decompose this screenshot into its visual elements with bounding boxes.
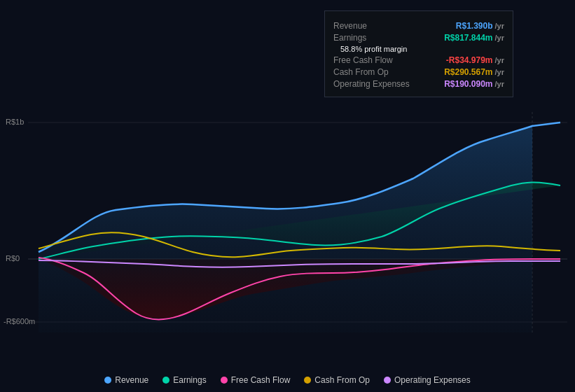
tooltip-value: R$817.844m/yr <box>444 33 504 43</box>
legend-label-3: Cash From Op <box>314 375 370 385</box>
legend-item-3[interactable]: Cash From Op <box>304 375 370 385</box>
tooltip-label: Cash From Op <box>333 67 410 77</box>
legend-item-1[interactable]: Earnings <box>162 375 206 385</box>
legend-item-2[interactable]: Free Cash Flow <box>221 375 291 385</box>
tooltip-label: Free Cash Flow <box>333 55 410 65</box>
chart-legend: Revenue Earnings Free Cash Flow Cash Fro… <box>0 375 575 385</box>
svg-text:R$1b: R$1b <box>6 118 24 126</box>
tooltip-row-0: Revenue R$1.390b/yr <box>333 21 504 31</box>
legend-label-0: Revenue <box>115 375 148 385</box>
tooltip-label: Operating Expenses <box>333 79 410 89</box>
legend-dot-1 <box>162 377 169 384</box>
tooltip-row-4: Operating Expenses R$190.090m/yr <box>333 79 504 89</box>
legend-label-1: Earnings <box>173 375 206 385</box>
tooltip-sub: 58.8% profit margin <box>340 45 504 53</box>
legend-label-4: Operating Expenses <box>394 375 471 385</box>
tooltip-row-3: Cash From Op R$290.567m/yr <box>333 67 504 77</box>
legend-item-0[interactable]: Revenue <box>104 375 148 385</box>
legend-label-2: Free Cash Flow <box>231 375 291 385</box>
svg-text:-R$600m: -R$600m <box>4 317 35 326</box>
tooltip-row-2: Free Cash Flow -R$34.979m/yr <box>333 55 504 65</box>
svg-text:R$0: R$0 <box>6 254 20 262</box>
tooltip: Revenue R$1.390b/yr Earnings R$817.844m/… <box>324 10 513 97</box>
tooltip-value: R$1.390b/yr <box>456 21 504 31</box>
tooltip-value: R$190.090m/yr <box>444 79 504 89</box>
legend-dot-3 <box>304 377 311 384</box>
legend-dot-4 <box>384 377 391 384</box>
tooltip-row-1: Earnings R$817.844m/yr <box>333 33 504 43</box>
tooltip-value: R$290.567m/yr <box>444 67 504 77</box>
legend-item-4[interactable]: Operating Expenses <box>384 375 471 385</box>
tooltip-label: Revenue <box>333 21 410 31</box>
tooltip-value: -R$34.979m/yr <box>446 55 504 65</box>
chart-container: Revenue R$1.390b/yr Earnings R$817.844m/… <box>0 0 575 392</box>
legend-dot-2 <box>221 377 228 384</box>
tooltip-label: Earnings <box>333 33 410 43</box>
legend-dot-0 <box>104 377 111 384</box>
